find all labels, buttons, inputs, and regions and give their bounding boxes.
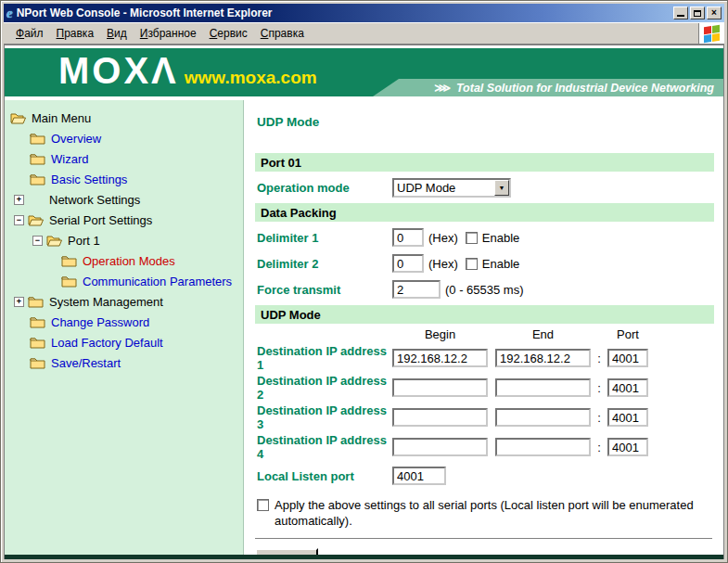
dest-ip-label-3: Destination IP address 3 (255, 403, 392, 431)
sidebar-tree: Main MenuOverviewWizardBasic Settings+Ne… (5, 100, 244, 555)
close-icon: × (711, 8, 717, 18)
folder-icon (30, 173, 45, 186)
title-bar: e NPort Web Console - Microsoft Internet… (4, 4, 724, 22)
dest-rows: Destination IP address 1:Destination IP … (255, 343, 714, 462)
sidebar-item-label: System Management (49, 295, 163, 309)
local-listen-input[interactable] (392, 467, 446, 485)
sidebar-item-label: Communication Parameters (83, 275, 232, 288)
windows-logo-box (698, 23, 724, 44)
expand-plus-icon[interactable]: + (14, 195, 24, 205)
dest-ip-label-4: Destination IP address 4 (255, 433, 392, 461)
dest-ip-row-1: Destination IP address 1: (255, 343, 714, 373)
delimiter1-input[interactable] (392, 228, 424, 247)
close-button[interactable]: × (707, 6, 722, 19)
operation-mode-label: Operation mode (255, 181, 392, 195)
folder-icon (30, 336, 45, 349)
operation-mode-select[interactable]: UDP Mode ▼ (392, 178, 511, 198)
maximize-button[interactable] (690, 6, 705, 19)
moxa-url[interactable]: www.moxa.com (185, 68, 317, 88)
dest-begin-input-3[interactable] (392, 408, 488, 427)
delimiter1-label: Delimiter 1 (255, 231, 392, 245)
sidebar-item-label: Serial Port Settings (49, 213, 152, 227)
menu-item-3[interactable]: Избранное (134, 24, 203, 43)
delimiter2-input[interactable] (392, 254, 424, 273)
dest-begin-input-2[interactable] (392, 378, 488, 397)
expand-plus-icon[interactable]: + (14, 297, 24, 307)
operation-mode-row: Operation mode UDP Mode ▼ (255, 177, 714, 198)
sidebar-item-port-1[interactable]: −Port 1 (5, 230, 243, 250)
divider (255, 538, 712, 539)
dest-end-input-1[interactable] (495, 349, 591, 367)
folder-icon (28, 295, 44, 308)
dest-begin-input-4[interactable] (392, 438, 488, 456)
triple-chevron-icon: ⋙ (434, 82, 451, 95)
folder-open-icon (46, 234, 62, 247)
sidebar-item-save-restart[interactable]: Save/Restart (5, 352, 243, 373)
dest-end-input-4[interactable] (495, 438, 591, 456)
main-content: UDP Mode Port 01 Operation mode UDP Mode… (244, 100, 723, 555)
menu-item-2[interactable]: Вид (100, 24, 134, 43)
sidebar-item-wizard[interactable]: Wizard (5, 148, 243, 169)
dest-begin-input-1[interactable] (392, 349, 488, 367)
delimiter2-enable-checkbox[interactable] (466, 258, 478, 270)
sidebar-item-label: Overview (51, 132, 101, 146)
sidebar-item-basic-settings[interactable]: Basic Settings (5, 169, 243, 189)
sidebar-item-network-settings[interactable]: +Network Settings (5, 189, 243, 210)
force-transmit-input[interactable] (392, 280, 441, 299)
sidebar-item-communication-parameters[interactable]: Communication Parameters (5, 271, 243, 291)
moxa-banner: ⋙Total Solution for Industrial Device Ne… (5, 48, 723, 96)
dest-port-input-3[interactable] (607, 408, 648, 427)
folder-icon (30, 315, 45, 328)
menu-item-4[interactable]: Сервис (203, 24, 254, 43)
sidebar-item-serial-port-settings[interactable]: −Serial Port Settings (5, 210, 243, 230)
minimize-button[interactable] (673, 6, 688, 19)
menu-item-0[interactable]: Файл (9, 24, 50, 43)
colon-separator: : (591, 381, 607, 395)
collapse-minus-icon[interactable]: − (32, 236, 43, 246)
column-header-begin: Begin (392, 327, 488, 341)
sidebar-item-change-password[interactable]: Change Password (5, 312, 243, 332)
folder-icon (61, 254, 77, 267)
menu-item-1[interactable]: Правка (50, 24, 101, 43)
sidebar-item-main-menu[interactable]: Main Menu (5, 108, 243, 128)
dest-end-input-2[interactable] (495, 378, 591, 397)
folder-icon (30, 132, 45, 145)
dest-ip-row-4: Destination IP address 4: (255, 432, 714, 462)
delimiter1-hex-label: (Hex) (428, 231, 458, 245)
moxa-logo: MOXΛ www.moxa.com (58, 50, 317, 91)
maximize-icon (694, 10, 701, 17)
apply-all-checkbox[interactable] (257, 499, 269, 511)
collapse-minus-icon[interactable]: − (14, 215, 24, 225)
windows-logo-icon (704, 24, 720, 42)
delimiter1-enable-label: Enable (482, 231, 519, 245)
local-listen-label: Local Listen port (255, 469, 392, 483)
browser-viewport: ⋙Total Solution for Industrial Device Ne… (4, 45, 724, 559)
sidebar-item-operation-modes[interactable]: Operation Modes (5, 250, 243, 271)
apply-all-label: Apply the above settings to all serial p… (275, 497, 702, 529)
dest-end-input-3[interactable] (495, 408, 591, 427)
colon-separator: : (591, 441, 607, 454)
dest-port-input-1[interactable] (607, 349, 648, 367)
dest-ip-row-3: Destination IP address 3: (255, 403, 714, 432)
dest-port-input-2[interactable] (607, 378, 648, 397)
delimiter2-hex-label: (Hex) (428, 257, 458, 271)
folder-icon (30, 356, 45, 369)
column-header-port: Port (607, 327, 648, 341)
menu-item-5[interactable]: Справка (254, 24, 311, 43)
minimize-icon (677, 15, 684, 17)
submit-button[interactable]: Submit (255, 548, 318, 555)
folder-icon (61, 275, 77, 288)
force-transmit-range: (0 - 65535 ms) (445, 283, 524, 297)
delimiter1-enable-checkbox[interactable] (466, 232, 478, 244)
section-header-udp-mode: UDP Mode (255, 305, 714, 324)
chevron-down-icon[interactable]: ▼ (494, 180, 509, 196)
sidebar-item-system-management[interactable]: +System Management (5, 291, 243, 312)
section-header-data-packing: Data Packing (255, 203, 714, 222)
force-transmit-row: Force transmit (0 - 65535 ms) (255, 279, 714, 300)
dest-ip-label-1: Destination IP address 1 (255, 344, 392, 372)
sidebar-item-label: Load Factory Default (51, 336, 163, 350)
sidebar-item-load-factory-default[interactable]: Load Factory Default (5, 332, 243, 352)
dest-port-input-4[interactable] (607, 438, 648, 456)
sidebar-item-overview[interactable]: Overview (5, 128, 243, 148)
internet-explorer-icon: e (6, 6, 13, 19)
